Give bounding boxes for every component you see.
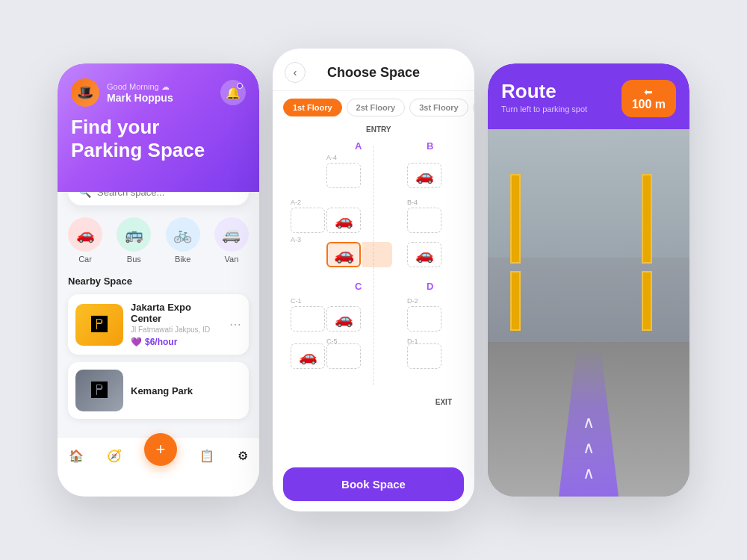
parking-map: ENTRY EXIT A B C D A-4 🚗 A-2 (273, 124, 474, 460)
card-name-jakarta: Jakarta Expo Center (131, 302, 222, 324)
avatar: 🎩 (71, 78, 99, 107)
d2-label: D-2 (407, 297, 418, 305)
card-more-icon[interactable]: ⋯ (229, 317, 241, 332)
spot-a3-mid[interactable]: 🚗 (326, 208, 361, 233)
cat-label-car: Car (78, 255, 92, 264)
category-bike[interactable]: 🚲 Bike (166, 217, 200, 264)
selected-highlight (362, 242, 392, 267)
van-icon: 🚐 (214, 217, 249, 252)
distance-badge: ⬅ 100 m (622, 80, 676, 117)
route-subtitle: Turn left to parking spot (501, 105, 587, 113)
a4-label: A-4 (326, 154, 337, 161)
spot-b-mid-car: 🚗 (415, 246, 434, 264)
entry-label: ENTRY (366, 125, 391, 134)
column-4 (642, 271, 652, 331)
parking-photo: ∧ ∧ ∧ (488, 129, 689, 497)
spot-a2[interactable] (291, 208, 325, 233)
spot-d2[interactable] (407, 306, 441, 332)
section-c-label: C (355, 281, 362, 292)
card-name-kemang: Kemang Park (131, 385, 241, 396)
spot-c-mid-car: 🚗 (335, 310, 353, 328)
bell-dot (237, 83, 243, 89)
distance-value: 100 m (632, 98, 666, 111)
nav-home[interactable]: 🏠 (69, 449, 84, 463)
spot-a3-mid-car: 🚗 (335, 211, 353, 229)
route-title: Route (501, 80, 587, 103)
card-img-jakarta: 🅿 (75, 304, 123, 346)
greeting-text: Good Morning ☁ (107, 82, 220, 92)
spot-b-top[interactable]: 🚗 (407, 163, 441, 188)
nav-settings[interactable]: ⚙ (238, 449, 248, 463)
floor-3-btn[interactable]: 3st Floory (409, 99, 468, 116)
spot-b-mid[interactable]: 🚗 (407, 242, 441, 267)
card-img-kemang: 🅿 (75, 370, 123, 411)
screen-choose-space: ‹ Choose Space 1st Floory 2st Floory 3st… (273, 49, 474, 511)
parking-scene: ∧ ∧ ∧ (488, 129, 689, 497)
s1-body: 🔍 🚗 Car 🚌 Bus 🚲 Bike 🚐 Van (58, 178, 259, 437)
screen-find-parking: 🎩 Good Morning ☁ Mark Hoppus 🔔 Find your… (58, 63, 259, 497)
bike-icon: 🚲 (166, 217, 200, 252)
b4-label: B-4 (407, 199, 418, 206)
chevron-2: ∧ (583, 440, 595, 456)
s3-header: Route Turn left to parking spot ⬅ 100 m (488, 63, 689, 129)
floor-2-btn[interactable]: 2st Floory (347, 99, 406, 116)
s1-header: 🎩 Good Morning ☁ Mark Hoppus 🔔 Find your… (58, 63, 259, 192)
greeting-block: Good Morning ☁ Mark Hoppus (107, 82, 220, 104)
chevron-1: ∧ (583, 414, 595, 431)
floor-tabs: 1st Floory 2st Floory 3st Floory 4st Flc (273, 91, 474, 124)
cat-label-van: Van (225, 255, 239, 264)
category-bus[interactable]: 🚌 Bus (117, 217, 151, 264)
map-grid: ENTRY EXIT A B C D A-4 🚗 A-2 (280, 124, 467, 408)
route-info: Route Turn left to parking spot (501, 80, 587, 113)
category-car[interactable]: 🚗 Car (68, 217, 102, 264)
book-space-button[interactable]: Book Space (283, 467, 464, 501)
card-kemang[interactable]: 🅿 Kemang Park (68, 362, 249, 419)
direction-icon: ⬅ (644, 86, 653, 98)
hero-title: Find your Parking Space (71, 116, 246, 162)
column-3 (642, 174, 652, 264)
card-jakarta[interactable]: 🅿 Jakarta Expo Center Jl Fatmawati Jakpu… (68, 294, 249, 355)
s2-title: Choose Space (314, 65, 433, 81)
c1-label: C-1 (291, 297, 302, 305)
spot-a4[interactable] (326, 163, 361, 188)
bus-icon: 🚌 (117, 217, 151, 252)
car-icon: 🚗 (68, 217, 102, 252)
category-row: 🚗 Car 🚌 Bus 🚲 Bike 🚐 Van (68, 217, 249, 264)
chevron-arrows: ∧ ∧ ∧ (583, 414, 595, 482)
a3-label: A-3 (291, 236, 301, 243)
cat-label-bike: Bike (175, 255, 190, 264)
category-van[interactable]: 🚐 Van (214, 217, 249, 264)
nav-list[interactable]: 📋 (199, 449, 214, 463)
spot-c-mid[interactable]: 🚗 (326, 306, 361, 332)
exit-label: EXIT (436, 398, 452, 406)
spot-c5[interactable] (326, 343, 361, 369)
nearby-title: Nearby Space (68, 276, 249, 287)
section-b-label: B (427, 140, 433, 152)
price-val: $6/hour (145, 337, 177, 347)
floor-1-btn[interactable]: 1st Floory (283, 99, 342, 116)
spot-b4[interactable] (407, 208, 441, 233)
card-addr-jakarta: Jl Fatmawati Jakpus, ID (131, 326, 222, 334)
bottom-nav: 🏠 🧭 + 📋 ⚙ (58, 437, 259, 476)
column-1 (510, 174, 521, 264)
spot-d1[interactable] (407, 343, 441, 369)
section-a-label: A (355, 140, 362, 152)
spot-a3-selected[interactable]: 🚗 (326, 242, 361, 267)
selected-car-icon: 🚗 (334, 245, 354, 264)
section-d-label: D (427, 281, 433, 292)
nav-explore[interactable]: 🧭 (107, 449, 122, 463)
spot-bot-left-car: 🚗 (299, 347, 317, 365)
nav-add-button[interactable]: + (144, 433, 177, 466)
back-button[interactable]: ‹ (285, 62, 306, 83)
notification-bell[interactable]: 🔔 (220, 80, 246, 105)
card-info-jakarta: Jakarta Expo Center Jl Fatmawati Jakpus,… (131, 302, 222, 347)
chevron-3: ∧ (583, 465, 595, 482)
spot-b-top-car: 🚗 (415, 167, 434, 184)
floor-4-btn[interactable]: 4st Flc (473, 99, 474, 116)
cat-label-bus: Bus (127, 255, 141, 264)
spot-bot-left[interactable]: 🚗 (291, 343, 325, 369)
column-2 (510, 271, 521, 331)
a2-label: A-2 (291, 199, 301, 206)
spot-c1[interactable] (291, 306, 325, 332)
screen-route: Route Turn left to parking spot ⬅ 100 m (488, 63, 689, 497)
